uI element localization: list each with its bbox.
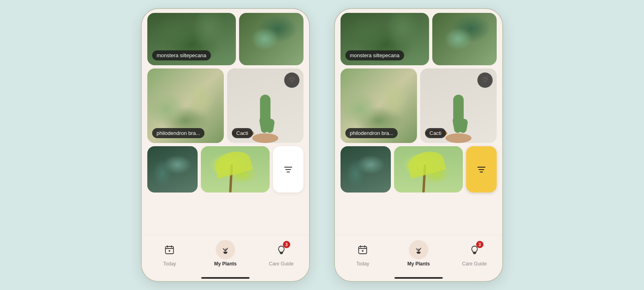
monstera-label-r: monstera siltepecana <box>345 50 404 60</box>
row-1-left: monstera siltepecana <box>147 13 303 65</box>
home-indicator-right <box>394 277 443 279</box>
tropical-image <box>201 146 270 193</box>
svg-rect-5 <box>223 252 227 253</box>
row-2-left: philodendron bra... ♡ Cacti <box>147 68 303 143</box>
card-monstera-left[interactable]: monstera siltepecana <box>147 13 236 65</box>
nav-careguide-icon-wrap-right: 3 <box>465 240 484 259</box>
svg-point-4 <box>169 250 170 252</box>
svg-rect-14 <box>417 252 421 253</box>
cacti-label-r: Cacti <box>425 128 446 138</box>
card-monstera-sm-right[interactable] <box>432 13 497 65</box>
nav-today-icon-wrap-right <box>353 240 372 259</box>
card-cacti-left[interactable]: ♡ Cacti <box>227 68 303 143</box>
dracaena-image-r <box>341 146 391 193</box>
plant-icon-left <box>220 244 231 255</box>
calendar-icon-right <box>357 244 368 255</box>
filter-icon-left <box>284 167 292 172</box>
card-monstera-right-left[interactable] <box>239 13 303 65</box>
monstera-label: monstera siltepecana <box>152 50 211 60</box>
svg-point-13 <box>362 250 363 252</box>
row-2-right: philodendron bra... ♡ Cacti <box>341 68 497 143</box>
filter-button-right[interactable] <box>466 146 497 193</box>
card-monstera-right[interactable]: monstera siltepecana <box>341 13 429 65</box>
phone-left: monstera siltepecana philodendron bra... <box>141 8 310 282</box>
plant-icon-right <box>413 244 424 255</box>
nav-today-left[interactable]: Today <box>142 240 198 267</box>
nav-myplants-left[interactable]: My Plants <box>198 240 254 267</box>
row-3-right <box>341 146 497 193</box>
nav-today-label-right: Today <box>356 261 369 267</box>
plant-grid-right: monstera siltepecana philodendron bra... <box>335 9 502 235</box>
nav-myplants-icon-wrap-right <box>409 240 428 259</box>
nav-careguide-icon-wrap-left: 3 <box>272 240 291 259</box>
plant-grid-left: monstera siltepecana philodendron bra... <box>142 9 309 235</box>
heart-icon-left: ♡ <box>289 77 295 83</box>
cacti-label: Cacti <box>232 128 253 138</box>
card-dracaena-right[interactable] <box>341 146 391 193</box>
nav-today-icon-wrap-left <box>160 240 179 259</box>
filter-button-left[interactable] <box>273 146 303 193</box>
care-guide-badge-left: 3 <box>283 241 290 248</box>
nav-myplants-right[interactable]: My Plants <box>391 240 447 267</box>
nav-today-right[interactable]: Today <box>335 240 391 267</box>
care-guide-badge-right: 3 <box>476 241 483 248</box>
phone-right: monstera siltepecana philodendron bra... <box>334 8 503 282</box>
philodendron-label: philodendron bra... <box>152 128 204 138</box>
dracaena-image <box>147 146 198 193</box>
bottom-nav-left: Today My Plants <box>142 235 309 277</box>
card-dracaena-left[interactable] <box>147 146 198 193</box>
card-philodendron-left[interactable]: philodendron bra... <box>147 68 224 143</box>
nav-careguide-label-right: Care Guide <box>462 261 487 267</box>
card-tropical-left[interactable] <box>201 146 270 193</box>
heart-button-right[interactable]: ♡ <box>477 72 493 88</box>
nav-today-label-left: Today <box>163 261 176 267</box>
row-1-right: monstera siltepecana <box>341 13 497 65</box>
nav-careguide-right[interactable]: 3 Care Guide <box>446 240 502 267</box>
calendar-icon-left <box>164 244 175 255</box>
tropical-image-r <box>394 146 463 193</box>
heart-icon-right: ♡ <box>482 77 488 83</box>
card-tropical-right[interactable] <box>394 146 463 193</box>
monstera-sm-image <box>239 13 303 65</box>
nav-myplants-icon-wrap-left <box>216 240 235 259</box>
card-cacti-right[interactable]: ♡ Cacti <box>420 68 497 143</box>
home-indicator-left <box>201 277 250 279</box>
nav-myplants-label-left: My Plants <box>214 261 237 267</box>
filter-icon-right <box>477 167 485 172</box>
heart-button-left[interactable]: ♡ <box>284 72 299 88</box>
nav-careguide-left[interactable]: 3 Care Guide <box>253 240 309 267</box>
philodendron-label-r: philodendron bra... <box>345 128 398 138</box>
monstera-sm-image-r <box>432 13 497 65</box>
bottom-nav-right: Today My Plants 3 <box>335 235 502 277</box>
nav-careguide-label-left: Care Guide <box>269 261 293 267</box>
row-3-left <box>147 146 303 193</box>
card-philodendron-right[interactable]: philodendron bra... <box>341 68 417 143</box>
nav-myplants-label-right: My Plants <box>407 261 430 267</box>
